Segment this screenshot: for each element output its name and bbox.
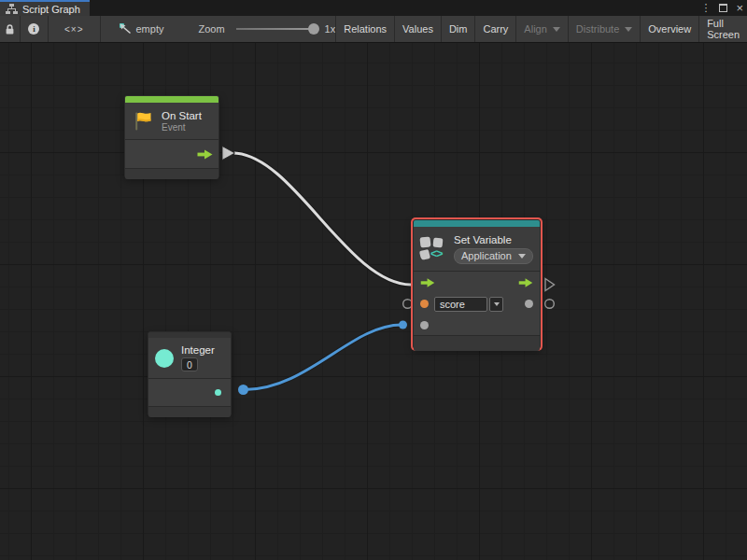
tab-script-graph[interactable]: Script Graph xyxy=(0,0,90,16)
code-icon: <×> xyxy=(64,24,84,35)
relations-button[interactable]: Relations xyxy=(335,16,394,42)
carry-button[interactable]: Carry xyxy=(474,16,515,42)
script-graph-icon xyxy=(6,4,18,14)
variable-name-field-group: score xyxy=(434,297,503,312)
value-output-port[interactable] xyxy=(525,300,533,308)
values-button[interactable]: Values xyxy=(394,16,441,42)
integer-header: Integer 0 xyxy=(148,338,231,378)
on-start-header: On Start Event xyxy=(125,103,218,139)
value-port-row xyxy=(414,315,540,335)
flow-wire-outline xyxy=(234,153,411,285)
zoom-control: Zoom 1x xyxy=(198,23,335,35)
dim-button[interactable]: Dim xyxy=(441,16,475,42)
variable-name-dropdown-button[interactable] xyxy=(489,297,503,312)
node-footer xyxy=(148,406,231,417)
graph-pointer-icon xyxy=(119,22,132,35)
value-wire-source-dot xyxy=(238,385,248,395)
value-wire[interactable] xyxy=(245,325,402,390)
connection-wires xyxy=(0,43,747,560)
fullscreen-button[interactable]: Full Screen xyxy=(698,16,747,42)
angle-brackets-icon: <> xyxy=(430,247,443,260)
maximize-icon[interactable] xyxy=(719,4,727,12)
flow-output-port[interactable] xyxy=(197,149,213,160)
node-title: Integer xyxy=(181,344,215,356)
selection-status: empty xyxy=(119,22,164,35)
info-button[interactable]: i xyxy=(21,16,49,42)
info-icon: i xyxy=(28,23,39,35)
chevron-down-icon xyxy=(553,27,560,32)
variable-color-strip xyxy=(414,220,540,227)
chevron-down-icon xyxy=(625,27,632,32)
window-controls: ⋮ × xyxy=(700,0,743,16)
zoom-slider-handle[interactable] xyxy=(308,23,319,35)
value-input-port[interactable] xyxy=(420,321,429,329)
overview-button[interactable]: Overview xyxy=(640,16,698,42)
lock-icon xyxy=(5,23,15,35)
close-icon[interactable]: × xyxy=(736,2,743,14)
toolbar-middle: empty Zoom 1x xyxy=(101,16,336,42)
flow-input-port[interactable] xyxy=(420,278,435,287)
lock-button[interactable] xyxy=(0,16,21,42)
integer-output-port[interactable] xyxy=(215,389,221,396)
output-port-indicator-circle[interactable] xyxy=(545,300,555,309)
node-footer xyxy=(414,335,540,351)
flow-output-port[interactable] xyxy=(518,278,533,287)
set-variable-ports: score xyxy=(414,271,540,335)
node-footer xyxy=(125,168,218,179)
zoom-slider[interactable] xyxy=(236,28,317,30)
name-port-row: score xyxy=(414,293,540,315)
node-title: Set Variable xyxy=(454,234,533,245)
input-port-indicator-circle[interactable] xyxy=(403,300,413,309)
output-flow-indicator-triangle[interactable] xyxy=(545,279,555,291)
selection-status-label: empty xyxy=(136,23,164,35)
name-input-port[interactable] xyxy=(420,300,429,308)
flow-port-row xyxy=(414,272,540,293)
scope-label: Application xyxy=(461,250,512,261)
graph-canvas[interactable]: On Start Event <> Set Variable Applicati… xyxy=(0,43,747,560)
zoom-value: 1x xyxy=(325,23,336,35)
node-integer[interactable]: Integer 0 xyxy=(148,331,232,416)
integer-ports xyxy=(148,378,231,406)
on-start-ports xyxy=(125,139,218,168)
integer-value-field[interactable]: 0 xyxy=(181,357,198,371)
graph-toolbar: i <×> empty Zoom 1x Relations Values Dim… xyxy=(0,16,747,43)
window-menu-icon[interactable]: ⋮ xyxy=(700,3,711,13)
value-wire-end-dot xyxy=(399,321,407,329)
node-set-variable[interactable]: <> Set Variable Application xyxy=(413,219,541,349)
flow-wire-source-triangle xyxy=(222,147,235,161)
toolbar-buttons: Relations Values Dim Carry Align Distrib… xyxy=(335,16,747,42)
node-on-start[interactable]: On Start Event xyxy=(124,95,219,178)
node-subtitle: Event xyxy=(162,122,202,133)
tab-title: Script Graph xyxy=(22,4,80,15)
value-wire-outline xyxy=(245,325,402,390)
chevron-down-icon xyxy=(518,254,526,259)
flag-icon xyxy=(133,110,155,133)
zoom-label: Zoom xyxy=(198,23,224,35)
align-button[interactable]: Align xyxy=(515,16,567,42)
variable-name-field[interactable]: score xyxy=(434,297,487,312)
tab-bar: Script Graph ⋮ × xyxy=(0,0,747,16)
integer-type-icon xyxy=(155,349,174,368)
chevron-down-icon xyxy=(494,302,500,306)
variable-scope-dropdown[interactable]: Application xyxy=(454,248,533,264)
node-title: On Start xyxy=(162,110,202,121)
inspect-button[interactable]: <×> xyxy=(49,16,101,42)
set-variable-header: <> Set Variable Application xyxy=(414,227,540,271)
variables-icon: <> xyxy=(420,236,447,261)
distribute-button[interactable]: Distribute xyxy=(568,16,640,42)
event-color-strip xyxy=(125,96,218,103)
